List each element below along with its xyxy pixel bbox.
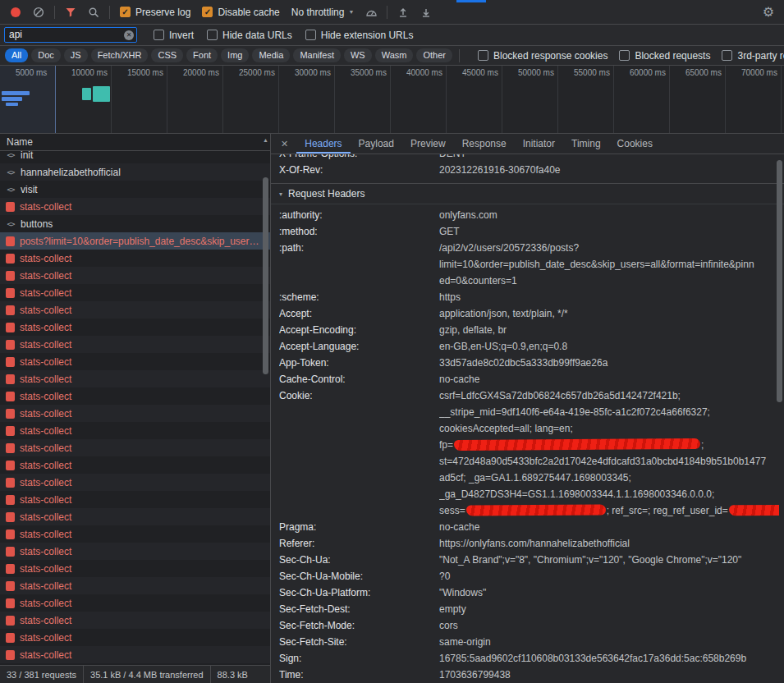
- hide-extension-urls-checkbox[interactable]: Hide extension URLs: [300, 30, 419, 41]
- header-name: Accept-Encoding:: [279, 322, 439, 338]
- timeline-tick-label: 10000 ms: [71, 68, 111, 77]
- request-list-scrollbar[interactable]: ▲: [261, 135, 270, 664]
- name-column-header[interactable]: Name: [0, 134, 270, 151]
- request-row[interactable]: posts?limit=10&order=publish_date_desc&s…: [0, 232, 270, 250]
- header-value-line: no-cache: [439, 519, 779, 535]
- scrollbar-thumb[interactable]: [263, 177, 268, 374]
- request-row[interactable]: stats-collect: [0, 405, 270, 422]
- scrollbar-thumb[interactable]: [777, 160, 782, 402]
- type-filter-fetch-xhr[interactable]: Fetch/XHR: [91, 48, 149, 62]
- throttling-value: No throttling: [291, 7, 345, 18]
- tab-preview[interactable]: Preview: [402, 134, 454, 154]
- request-row[interactable]: <>visit: [0, 181, 270, 198]
- request-row[interactable]: stats-collect: [0, 508, 270, 525]
- type-filter-manifest[interactable]: Manifest: [293, 48, 341, 62]
- request-row[interactable]: stats-collect: [0, 284, 270, 301]
- type-filter-other[interactable]: Other: [416, 48, 452, 62]
- invert-checkbox[interactable]: Invert: [149, 30, 199, 41]
- request-row[interactable]: stats-collect: [0, 543, 270, 560]
- record-icon: [10, 7, 21, 18]
- request-row[interactable]: stats-collect: [0, 198, 270, 215]
- request-row[interactable]: stats-collect: [0, 422, 270, 439]
- request-row[interactable]: stats-collect: [0, 474, 270, 491]
- settings-gear-icon[interactable]: ⚙: [758, 2, 779, 22]
- header-value: 33d57ade8c02dbc5a333db99ff9ae26a: [439, 355, 784, 371]
- hide-data-urls-checkbox[interactable]: Hide data URLs: [202, 30, 297, 41]
- filter-input[interactable]: [4, 27, 137, 43]
- request-row[interactable]: stats-collect: [0, 301, 270, 319]
- waterfall-bar: [82, 88, 91, 100]
- checkbox-label: 3rd-party requests: [737, 50, 784, 62]
- request-row[interactable]: stats-collect: [0, 336, 270, 353]
- request-row[interactable]: stats-collect: [0, 612, 270, 629]
- request-row[interactable]: stats-collect: [0, 594, 270, 612]
- network-conditions-button[interactable]: [360, 2, 382, 22]
- failed-request-icon: [6, 236, 15, 246]
- type-filter-css[interactable]: CSS: [151, 48, 183, 62]
- request-row[interactable]: stats-collect: [0, 250, 270, 267]
- import-har-button[interactable]: [392, 2, 414, 22]
- request-row[interactable]: stats-collect: [0, 439, 270, 456]
- search-button[interactable]: [83, 2, 104, 22]
- header-value: ?0: [439, 568, 784, 584]
- response-headers-tail: X-Frame-Options:DENYX-Of-Rev:20231226191…: [271, 154, 784, 178]
- request-name: visit: [21, 184, 264, 195]
- request-row[interactable]: stats-collect: [0, 319, 270, 336]
- tab-timing[interactable]: Timing: [563, 134, 609, 154]
- checkbox-blocked-requests[interactable]: Blocked requests: [614, 50, 715, 62]
- timeline-tick-label: 50000 ms: [518, 68, 557, 77]
- type-filter-ws[interactable]: WS: [344, 48, 372, 62]
- disable-cache-checkbox[interactable]: Disable cache: [197, 7, 284, 18]
- request-row[interactable]: stats-collect: [0, 491, 270, 508]
- request-row[interactable]: <>buttons: [0, 215, 270, 232]
- request-row[interactable]: stats-collect: [0, 267, 270, 284]
- type-filter-js[interactable]: JS: [64, 48, 88, 62]
- record-button[interactable]: [5, 2, 26, 22]
- filter-toggle-button[interactable]: [60, 2, 81, 22]
- preserve-log-checkbox[interactable]: Preserve log: [115, 7, 195, 18]
- type-filter-doc[interactable]: Doc: [31, 48, 61, 62]
- close-details-icon[interactable]: ✕: [271, 134, 296, 154]
- devtools-network-panel: Preserve log Disable cache No throttling…: [0, 0, 784, 683]
- type-filter-wasm[interactable]: Wasm: [375, 48, 414, 62]
- request-row[interactable]: stats-collect: [0, 387, 270, 405]
- request-row[interactable]: <>init: [0, 151, 270, 163]
- tab-response[interactable]: Response: [454, 134, 515, 154]
- request-row[interactable]: <>hannahelizabethofficial: [0, 163, 270, 181]
- checkbox-3rd-party-requests[interactable]: 3rd-party requests: [717, 50, 784, 62]
- failed-request-icon: [6, 254, 15, 264]
- request-row[interactable]: stats-collect: [0, 629, 270, 646]
- type-filter-media[interactable]: Media: [252, 48, 290, 62]
- request-row[interactable]: stats-collect: [0, 370, 270, 387]
- waterfall-bar: [2, 91, 30, 95]
- request-headers-section-header[interactable]: ▾ Request Headers: [271, 183, 784, 204]
- failed-request-icon: [6, 323, 15, 332]
- type-filter-all[interactable]: All: [5, 48, 28, 62]
- timeline-tick-segment: 70000 ms: [726, 66, 782, 133]
- waterfall-bar: [2, 97, 22, 101]
- request-row[interactable]: stats-collect: [0, 456, 270, 474]
- timeline-tick-segment: 30000 ms: [279, 66, 335, 133]
- export-har-button[interactable]: [415, 2, 437, 22]
- request-row[interactable]: stats-collect: [0, 560, 270, 577]
- request-row[interactable]: stats-collect: [0, 525, 270, 543]
- tab-initiator[interactable]: Initiator: [515, 134, 563, 154]
- request-row[interactable]: stats-collect: [0, 646, 270, 663]
- throttling-dropdown[interactable]: No throttling ▼: [287, 7, 360, 18]
- type-filter-img[interactable]: Img: [221, 48, 249, 62]
- clear-button[interactable]: [28, 2, 49, 22]
- scroll-up-icon[interactable]: ▲: [261, 135, 270, 143]
- timeline-overview[interactable]: 5000 ms10000 ms15000 ms20000 ms25000 ms3…: [0, 66, 784, 134]
- tab-payload[interactable]: Payload: [351, 134, 402, 154]
- request-row[interactable]: stats-collect: [0, 577, 270, 594]
- clear-filter-icon[interactable]: ✕: [124, 30, 134, 40]
- tab-cookies[interactable]: Cookies: [609, 134, 661, 154]
- request-name: buttons: [21, 218, 264, 230]
- header-value-text: fp=: [439, 439, 453, 451]
- type-filter-font[interactable]: Font: [186, 48, 218, 62]
- request-row[interactable]: stats-collect: [0, 353, 270, 370]
- checkbox-blocked-response-cookies[interactable]: Blocked response cookies: [473, 50, 612, 62]
- tab-headers[interactable]: Headers: [296, 134, 350, 154]
- details-scrollbar[interactable]: [775, 155, 784, 683]
- chevron-down-icon: ▼: [348, 9, 354, 15]
